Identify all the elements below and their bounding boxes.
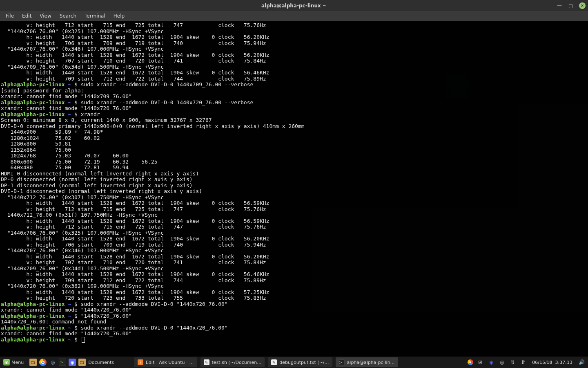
output-line: DP-1 disconnected (normal left inverted … [1,183,587,189]
output-line: xrandr: cannot find mode "1440x720_76.00… [1,105,587,112]
output-line: h: width 1440 start 1528 end 1672 total … [1,236,587,242]
output-line: "1440x706_76.00" (0x325) 107.000MHz -HSy… [1,29,587,35]
documents-folder-label[interactable]: Documents [88,360,114,365]
output-line: DP-0 disconnected (normal left inverted … [1,177,587,183]
start-menu-label: Menu [11,360,24,365]
gedit-icon: ✎ [271,359,277,365]
panel-launchers: 🗀 ◎ >_ ◉ 🗀 Documents [27,359,116,366]
output-line: h: width 1440 start 1528 end 1672 total … [1,254,587,260]
tray-updates-icon[interactable]: ⇅ [509,359,516,366]
output-line: v: height 712 start 715 end 725 total 74… [1,206,587,213]
output-line: v: height 712 start 715 end 725 total 74… [1,224,587,230]
mint-logo-icon: m [3,359,10,366]
output-line: 588x368 59.89 + 74.98* [1,129,587,135]
window-maximize-button[interactable]: ▢ [568,2,574,9]
taskbar-item-label: alpha@alpha-pc-lin… [347,360,395,365]
documents-folder-icon[interactable]: 🗀 [78,359,86,366]
menu-help[interactable]: Help [110,12,128,20]
start-menu-button[interactable]: m Menu [0,357,27,368]
output-line: h: width 1440 start 1528 end 1672 total … [1,34,587,40]
system-tray: ⛨ ◉ ◎ ⇅ ⇵ 06/15/18 3:37:13 🔊 [464,359,588,366]
output-line: "1440x706_76.00" (0x325) 107.000MHz -HSy… [1,230,587,236]
menubar: File Edit View Search Terminal Help [0,11,588,21]
menu-search[interactable]: Search [56,12,80,20]
output-line: h: width 1440 start 1528 end 1672 total … [1,52,587,58]
prompt-line: alpha@alpha-pc-linux ~ $ "1440x720_76.00… [1,313,587,319]
tray-shield-icon[interactable]: ⛨ [477,359,484,366]
output-line: "1440x709_76.00" (0x34d) 107.500MHz -HSy… [1,266,587,272]
output-line: DVI-D-1 disconnected (normal left invert… [1,188,587,195]
files-launcher-icon[interactable]: 🗀 [29,359,37,366]
output-line: v: height 707 start 710 end 720 total 74… [1,58,587,64]
terminal-launcher-icon[interactable]: >_ [59,359,66,366]
terminal-cursor [82,337,85,343]
prompt-line: alpha@alpha-pc-linux ~ $ xrandr [1,112,587,118]
window-buttons: — ▢ × [556,0,586,11]
output-line: xrandr: cannot find mode "1440x709_76.00… [1,94,587,100]
taskbar-item-label: test.sh (~/Documen… [212,360,262,365]
output-line: "1440x720_76.00" (0x362) 109.000MHz -HSy… [1,283,587,289]
output-line: v: height 707 start 710 end 720 total 74… [1,260,587,266]
terminal-output[interactable]: v: height 712 start 715 end 725 total 74… [0,21,588,357]
askubuntu-icon: ? [138,359,143,365]
output-line: "1440x712_76.00" (0x307) 107.750MHz -HSy… [1,195,587,201]
output-line: "1440x707_76.00" (0x346) 107.000MHz -HSy… [1,46,587,52]
steam-launcher-icon[interactable]: ◎ [49,359,56,366]
output-line: "1440x707_76.00" (0x346) 107.000MHz -HSy… [1,248,587,254]
window-titlebar: alpha@alpha-pc-linux ~ — ▢ × [0,0,588,11]
output-line: 1024x768 75.03 70.07 60.00 [1,153,587,159]
taskbar-item-terminal[interactable]: >_ alpha@alpha-pc-lin… [336,357,398,367]
prompt-line: alpha@alpha-pc-linux ~ $ sudo xrandr --a… [1,100,587,106]
output-line: v: height 709 start 712 end 722 total 74… [1,278,587,284]
menu-edit[interactable]: Edit [19,12,35,20]
output-line: HDMI-0 disconnected (normal left inverte… [1,171,587,177]
output-line: v: height 706 start 709 end 719 total 74… [1,40,587,47]
output-line: 1440x720_76.00: command not found [1,319,587,325]
menu-file[interactable]: File [2,12,17,20]
output-line: v: height 720 start 723 end 733 total 75… [1,295,587,301]
taskbar-item-label: debugoutput.txt (~/… [279,360,329,365]
output-line: 1152x864 75.00 [1,147,587,153]
menu-view[interactable]: View [36,12,54,20]
tray-volume-icon[interactable]: 🔊 [578,359,585,366]
tray-clock[interactable]: 06/15/18 3:37:13 [530,360,574,365]
output-line: v: height 712 start 715 end 725 total 74… [1,22,587,29]
output-line: v: height 709 start 712 end 722 total 74… [1,76,587,82]
window-minimize-button[interactable]: — [556,2,563,9]
taskbar-item-testsh[interactable]: ✎ test.sh (~/Documen… [200,357,265,367]
output-line: h: width 1440 start 1528 end 1672 total … [1,218,587,224]
taskbar-item-askubuntu[interactable]: ? Edit - Ask Ubuntu - … [134,357,197,367]
menu-terminal[interactable]: Terminal [81,12,109,20]
tray-steam-icon[interactable]: ◎ [499,359,505,366]
taskbar-item-label: Edit - Ask Ubuntu - … [146,360,194,365]
output-line: 1280x800 59.81 [1,141,587,147]
chrome-launcher-icon[interactable] [39,359,47,366]
output-line: 1440x712_76.00 (0x31f) 107.750MHz -HSync… [1,212,587,218]
tray-chrome-icon[interactable] [468,359,473,365]
tray-discord-icon[interactable]: ◉ [488,359,494,366]
gedit-icon: ✎ [204,359,209,365]
output-line: xrandr: cannot find mode "1440x720_76.00… [1,331,587,337]
prompt-line: alpha@alpha-pc-linux ~ $ sudo xrandr --a… [1,82,587,88]
tray-network-icon[interactable]: ⇵ [520,359,526,366]
output-line: h: width 1440 start 1528 end 1672 total … [1,272,587,278]
output-line: 1280x1024 75.02 60.02 [1,135,587,141]
output-line: DVI-D-0 connected primary 588x368+0+0 (… [1,123,587,130]
output-line: h: width 1440 start 1528 end 1672 total … [1,289,587,296]
window-close-button[interactable]: × [579,2,586,9]
discord-launcher-icon[interactable]: ◉ [69,359,76,366]
prompt-line: alpha@alpha-pc-linux ~ $ [1,337,587,343]
window-title: alpha@alpha-pc-linux ~ [261,3,327,9]
output-line: h: width 1440 start 1528 end 1672 total … [1,200,587,206]
output-line: h: width 1440 start 1528 end 1672 total … [1,70,587,76]
output-line: 800x600 75.00 72.19 60.32 56.25 [1,159,587,165]
prompt-line: alpha@alpha-pc-linux ~ $ sudo xrandr --a… [1,301,587,307]
output-line: xrandr: cannot find mode "1440x720_76.00… [1,307,587,313]
output-line: Screen 0: minimum 8 x 8, current 1440 x … [1,117,587,123]
output-line: v: height 706 start 709 end 719 total 74… [1,242,587,248]
bottom-panel: m Menu 🗀 ◎ >_ ◉ 🗀 Documents ? Edit - Ask… [0,357,588,368]
prompt-line: alpha@alpha-pc-linux ~ $ sudo xrandr --a… [1,325,587,331]
taskbar-item-debugoutput[interactable]: ✎ debugoutput.txt (~/… [268,357,332,367]
output-line: [sudo] password for alpha: [1,88,587,94]
terminal-icon: >_ [339,359,345,365]
